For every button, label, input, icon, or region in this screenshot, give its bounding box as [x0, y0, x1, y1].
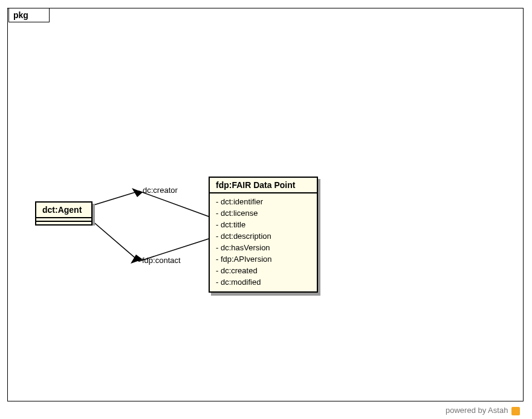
- relation-label-creator: dc:creator: [143, 186, 178, 195]
- class-attribute: - dc:modified: [216, 276, 311, 288]
- class-title: fdp:FAIR Data Point: [210, 178, 317, 193]
- class-agent: dct:Agent: [35, 201, 92, 226]
- class-attribute: - dc:hasVersion: [216, 242, 311, 253]
- class-attribute: - dct:license: [216, 207, 311, 219]
- class-body-empty: [36, 222, 91, 224]
- class-fdp: fdp:FAIR Data Point - dct:identifier - d…: [209, 177, 318, 293]
- footer-text: powered by Astah: [446, 406, 508, 415]
- class-attributes: - dct:identifier - dct:license - dct:tit…: [210, 193, 317, 291]
- astah-icon: [511, 407, 520, 415]
- class-attribute: - dct:title: [216, 219, 311, 230]
- class-attribute: - dct:identifier: [216, 196, 311, 207]
- class-attribute: - dct:description: [216, 230, 311, 242]
- class-attribute: - dc:created: [216, 265, 311, 276]
- class-title: dct:Agent: [36, 203, 91, 218]
- relation-label-contact: fdp:contact: [142, 256, 181, 265]
- package-label: pkg: [13, 10, 28, 20]
- class-attribute: - fdp:APIversion: [216, 253, 311, 265]
- footer: powered by Astah: [446, 406, 520, 415]
- diagram-canvas: pkg dc:creator fdp:contact dct:Agent fdp…: [0, 0, 532, 419]
